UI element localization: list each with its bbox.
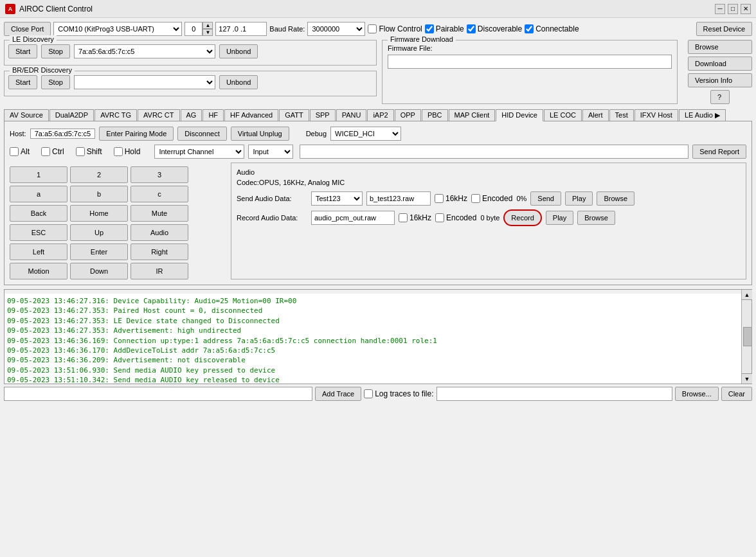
tab-hid-device[interactable]: HID Device <box>496 109 543 121</box>
disconnect-button[interactable]: Disconnect <box>177 127 226 141</box>
le-start-button[interactable]: Start <box>8 44 37 58</box>
record-browse-button[interactable]: Browse <box>577 211 615 225</box>
up-button[interactable]: Up <box>70 224 128 241</box>
tab-ag[interactable]: AG <box>181 109 203 121</box>
tab-panu[interactable]: PANU <box>336 109 367 121</box>
tab-dual-a2dp[interactable]: DualA2DP <box>50 109 94 121</box>
record-button[interactable]: Record <box>503 209 541 226</box>
tab-hf[interactable]: HF <box>203 109 224 121</box>
alt-checkbox[interactable] <box>10 147 19 156</box>
report-input[interactable] <box>300 145 688 159</box>
window-controls[interactable]: ─ □ ✕ <box>715 4 751 14</box>
pairable-checkbox[interactable] <box>425 24 434 33</box>
reset-device-button[interactable]: Reset Device <box>696 22 752 36</box>
le-address-select[interactable]: 7a:a5:6a:d5:7c:c5 <box>74 44 215 58</box>
log-file-input[interactable] <box>437 387 672 401</box>
ip-address-input[interactable] <box>215 22 267 36</box>
flow-control-checkbox[interactable] <box>368 24 377 33</box>
key-c-button[interactable]: c <box>130 186 188 202</box>
add-trace-button[interactable]: Add Trace <box>315 387 361 401</box>
key-1-button[interactable]: 1 <box>10 166 68 183</box>
scroll-down-button[interactable]: ▼ <box>742 373 752 384</box>
connectable-checkbox[interactable] <box>525 24 534 33</box>
spin-down[interactable]: ▼ <box>203 29 213 36</box>
record-file-input[interactable] <box>311 211 395 225</box>
minimize-button[interactable]: ─ <box>715 4 725 14</box>
motion-button[interactable]: Motion <box>10 263 68 279</box>
key-a-button[interactable]: a <box>10 186 68 202</box>
tab-avrc-ct[interactable]: AVRC CT <box>138 109 179 121</box>
send-browse-button[interactable]: Browse <box>597 191 634 206</box>
tab-avrc-tg[interactable]: AVRC TG <box>94 109 137 121</box>
scroll-up-button[interactable]: ▲ <box>742 290 752 300</box>
send-play-button[interactable]: Play <box>565 191 593 206</box>
spin-input[interactable] <box>184 22 203 36</box>
log-scrollbar[interactable]: ▲ ▼ <box>741 290 752 384</box>
discoverable-checkbox[interactable] <box>467 24 476 33</box>
log-to-file-checkbox[interactable] <box>364 389 373 398</box>
le-stop-button[interactable]: Stop <box>41 44 70 58</box>
close-port-button[interactable]: Close Port <box>4 22 51 36</box>
firmware-file-input[interactable] <box>388 55 672 69</box>
record-encoded-checkbox[interactable] <box>435 213 444 222</box>
tab-hf-advanced[interactable]: HF Advanced <box>224 109 278 121</box>
io-select[interactable]: Input Output <box>248 145 293 159</box>
send-file-select[interactable]: Test123 <box>311 191 363 206</box>
left-button[interactable]: Left <box>10 243 68 260</box>
channel-select[interactable]: Interrupt Channel Control Channel <box>154 145 244 159</box>
virtual-unplug-button[interactable]: Virtual Unplug <box>231 127 289 141</box>
debug-mode-select[interactable]: WICED_HCI <box>330 127 401 141</box>
send-file-input[interactable] <box>366 191 431 206</box>
bredr-address-select[interactable] <box>74 75 215 89</box>
ctrl-checkbox[interactable] <box>41 147 50 156</box>
bredr-unbond-button[interactable]: Unbond <box>219 75 258 89</box>
esc-button[interactable]: ESC <box>10 224 68 241</box>
tab-av-source[interactable]: AV Source <box>4 109 49 121</box>
send-report-button[interactable]: Send Report <box>692 145 746 159</box>
key-3-button[interactable]: 3 <box>130 166 188 183</box>
back-button[interactable]: Back <box>10 205 68 222</box>
key-b-button[interactable]: b <box>70 186 128 202</box>
mute-button[interactable]: Mute <box>130 205 188 222</box>
ir-button[interactable]: IR <box>130 263 188 279</box>
tab-pbc[interactable]: PBC <box>422 109 448 121</box>
bredr-start-button[interactable]: Start <box>8 75 37 89</box>
tab-ifxv-host[interactable]: IFXV Host <box>634 109 678 121</box>
shift-checkbox[interactable] <box>76 147 85 156</box>
right-button[interactable]: Right <box>130 243 188 260</box>
record-play-button[interactable]: Play <box>546 211 573 225</box>
key-2-button[interactable]: 2 <box>70 166 128 183</box>
tab-test[interactable]: Test <box>609 109 634 121</box>
tab-map-client[interactable]: MAP Client <box>449 109 496 121</box>
version-info-button[interactable]: Version Info <box>688 73 752 87</box>
home-button[interactable]: Home <box>70 205 128 222</box>
browse-button[interactable]: Browse <box>688 40 752 54</box>
trace-input[interactable] <box>4 387 312 401</box>
scroll-thumb[interactable] <box>743 327 752 346</box>
help-button[interactable]: ? <box>710 90 730 104</box>
spin-control[interactable]: ▲ ▼ <box>184 22 213 36</box>
com-port-select[interactable]: COM10 (KitProg3 USB-UART) <box>53 22 182 36</box>
enter-button[interactable]: Enter <box>70 243 128 260</box>
log-browse-button[interactable]: Browse... <box>675 387 719 401</box>
audio-button[interactable]: Audio <box>130 224 188 241</box>
spin-buttons[interactable]: ▲ ▼ <box>203 22 213 36</box>
spin-up[interactable]: ▲ <box>203 22 213 29</box>
clear-button[interactable]: Clear <box>721 387 752 401</box>
record-16khz-checkbox[interactable] <box>399 213 408 222</box>
tab-spp[interactable]: SPP <box>310 109 336 121</box>
maximize-button[interactable]: □ <box>728 4 738 14</box>
down-button[interactable]: Down <box>70 263 128 279</box>
le-unbond-button[interactable]: Unbond <box>219 44 258 58</box>
download-button[interactable]: Download <box>688 57 752 71</box>
close-button[interactable]: ✕ <box>741 4 751 14</box>
bredr-stop-button[interactable]: Stop <box>41 75 70 89</box>
send-button[interactable]: Send <box>530 191 561 206</box>
baud-rate-select[interactable]: 3000000 <box>307 22 365 36</box>
tab-iap2[interactable]: iAP2 <box>367 109 393 121</box>
send-16khz-checkbox[interactable] <box>435 194 444 203</box>
tab-opp[interactable]: OPP <box>395 109 421 121</box>
tab-gatt[interactable]: GATT <box>279 109 309 121</box>
tab-le-coc[interactable]: LE COC <box>544 109 582 121</box>
enter-pairing-mode-button[interactable]: Enter Pairing Mode <box>99 127 174 141</box>
